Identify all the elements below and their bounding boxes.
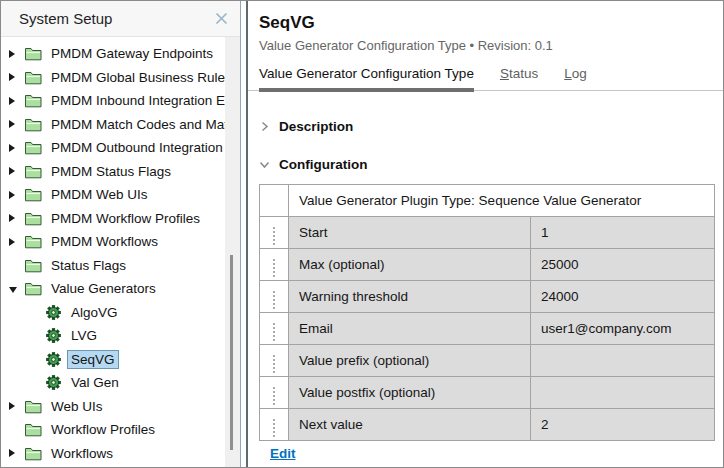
gear-icon [45,328,62,343]
row-label: Email [289,313,531,345]
tree-item-label: Web UIs [47,397,107,416]
panel-header: System Setup [1,1,240,37]
tree-item-label: PMDM Web UIs [47,185,152,204]
expander-collapsed-icon[interactable] [9,50,25,58]
kebab-menu-icon[interactable] [270,224,278,248]
tab-log[interactable]: Log [564,66,587,81]
page-subtitle: Value Generator Configuration Type • Rev… [259,38,723,53]
row-value: 24000 [531,281,715,313]
tree-item-label: AlgoVG [67,303,122,322]
tree-item-pmdm-inbound-integration[interactable]: PMDM Inbound Integration E [1,89,225,113]
tree-item-pmdm-outbound-integration[interactable]: PMDM Outbound Integration [1,136,225,160]
gear-icon [45,375,62,390]
tree-item-pmdm-workflows[interactable]: PMDM Workflows [1,230,225,254]
folder-icon [25,70,42,85]
row-value [531,345,715,377]
system-setup-panel: System Setup PMDM Gateway Endpoints PMDM… [1,1,241,467]
row-value [531,377,715,409]
kebab-menu-icon[interactable] [270,352,278,376]
expander-expanded-icon[interactable] [9,285,25,293]
tree-item-label: PMDM Match Codes and Matc [47,115,225,134]
tree-item-workflow-profiles[interactable]: Workflow Profiles [1,418,225,442]
tab-bar: Value Generator Configuration Type Statu… [248,66,723,91]
row-handle-cell [260,185,289,217]
tree-item-pmdm-status-flags[interactable]: PMDM Status Flags [1,160,225,184]
folder-icon [25,211,42,226]
vertical-scrollbar[interactable] [225,37,240,467]
kebab-menu-icon[interactable] [270,288,278,312]
folder-icon [25,234,42,249]
tree-item-label: PMDM Global Business Rules [47,68,225,87]
kebab-menu-icon[interactable] [270,320,278,344]
row-label: Value prefix (optional) [289,345,531,377]
tree-item-pmdm-global-business-rules[interactable]: PMDM Global Business Rules [1,66,225,90]
table-row-max: Max (optional) 25000 [260,249,715,281]
tab-value-generator-configuration-type[interactable]: Value Generator Configuration Type [259,66,474,81]
table-row-next-value: Next value 2 [260,409,715,441]
tree-item-value-generators[interactable]: Value Generators [1,277,225,301]
tree-item-seqvg[interactable]: SeqVG [1,348,225,372]
tree-item-label: PMDM Gateway Endpoints [47,44,217,63]
tree-item-label: PMDM Workflows [47,232,162,251]
expander-collapsed-icon[interactable] [9,402,25,410]
tree-item-label: Val Gen [67,373,123,392]
kebab-menu-icon[interactable] [270,384,278,408]
kebab-menu-icon[interactable] [270,256,278,280]
tree-item-workflows[interactable]: Workflows [1,442,225,466]
edit-link[interactable]: Edit [270,446,296,461]
tree-item-algovg[interactable]: AlgoVG [1,301,225,325]
expander-collapsed-icon[interactable] [9,191,25,199]
folder-icon [25,446,42,461]
section-description-header[interactable]: Description [259,119,723,134]
expander-collapsed-icon[interactable] [9,449,25,457]
tree-item-label: PMDM Inbound Integration E [47,91,225,110]
folder-icon [25,281,42,296]
row-label: Start [289,217,531,249]
tree-item-pmdm-workflow-profiles[interactable]: PMDM Workflow Profiles [1,207,225,231]
plugin-type-header: Value Generator Plugin Type: Sequence Va… [289,185,715,217]
folder-icon [25,187,42,202]
row-label: Next value [289,409,531,441]
tree-item-pmdm-web-uis[interactable]: PMDM Web UIs [1,183,225,207]
tree-item-pmdm-match-codes[interactable]: PMDM Match Codes and Matc [1,113,225,137]
folder-icon [25,422,42,437]
tree-item-pmdm-gateway-endpoints[interactable]: PMDM Gateway Endpoints [1,42,225,66]
tab-status[interactable]: Status [500,66,538,81]
panel-title: System Setup [19,10,112,27]
scrollbar-thumb[interactable] [230,255,233,450]
row-value: 1 [531,217,715,249]
tree-item-lvg[interactable]: LVG [1,324,225,348]
expander-collapsed-icon[interactable] [9,120,25,128]
tab-accel: L [564,66,572,81]
tree-item-label: PMDM Workflow Profiles [47,209,204,228]
tree-container: PMDM Gateway Endpoints PMDM Global Busin… [1,37,240,467]
chevron-right-icon[interactable] [259,121,270,132]
detail-panel: SeqVG Value Generator Configuration Type… [246,1,723,467]
tree-item-label: LVG [67,326,101,345]
expander-collapsed-icon[interactable] [9,167,25,175]
row-value: 25000 [531,249,715,281]
tree-item-label: PMDM Outbound Integration [47,138,225,157]
tree-item-val-gen[interactable]: Val Gen [1,371,225,395]
chevron-down-icon[interactable] [259,159,270,170]
table-row-email: Email user1@company.com [260,313,715,345]
tab-label: og [572,66,587,81]
kebab-menu-icon[interactable] [270,416,278,440]
expander-collapsed-icon[interactable] [9,144,25,152]
tree-item-label: Workflows [47,444,117,463]
close-icon[interactable] [212,10,230,28]
folder-icon [25,399,42,414]
folder-icon [25,46,42,61]
tree-item-label: Value Generators [47,279,160,298]
table-row-value-prefix: Value prefix (optional) [260,345,715,377]
tree-item-status-flags[interactable]: Status Flags [1,254,225,278]
expander-collapsed-icon[interactable] [9,97,25,105]
row-label: Max (optional) [289,249,531,281]
tree-item-web-uis[interactable]: Web UIs [1,395,225,419]
application-window: System Setup PMDM Gateway Endpoints PMDM… [0,0,724,468]
expander-collapsed-icon[interactable] [9,73,25,81]
page-title: SeqVG [259,13,723,33]
expander-collapsed-icon[interactable] [9,238,25,246]
section-configuration-header[interactable]: Configuration [259,157,723,172]
expander-collapsed-icon[interactable] [9,214,25,222]
